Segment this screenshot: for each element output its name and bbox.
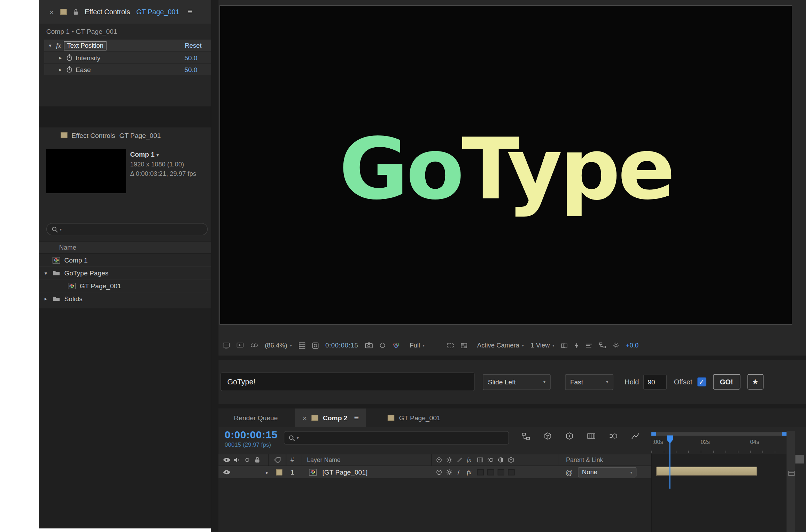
property-twirl-icon[interactable]: ▸	[57, 66, 63, 72]
frame-blending-icon[interactable]	[587, 433, 596, 439]
mask-visibility-icon[interactable]	[312, 342, 319, 349]
effect-name[interactable]: Text Position	[64, 41, 107, 50]
layer-adjustment-well[interactable]	[498, 469, 504, 476]
grid-guides-icon[interactable]	[299, 342, 305, 349]
adjustment-layer-column-icon[interactable]	[498, 457, 504, 463]
audio-column-speaker-icon[interactable]	[233, 457, 240, 463]
folder-twirl-icon[interactable]: ▾	[43, 270, 48, 276]
folder-twirl-icon[interactable]: ▸	[43, 296, 48, 301]
tab-gt-page-001[interactable]: GT Page_001	[383, 408, 444, 427]
stereo-glasses-icon[interactable]	[250, 343, 258, 348]
effect-row-text-position[interactable]: ▾ fx Text Position Reset	[44, 40, 211, 52]
layer-collapse-toggle[interactable]	[446, 469, 452, 475]
composition-mini-flowchart-icon[interactable]	[522, 432, 530, 440]
project-panel-header[interactable]: Effect Controls GT Page_001	[39, 127, 211, 143]
panel-menu-icon[interactable]: ≡	[188, 7, 193, 17]
layer-twirl-icon[interactable]: ▸	[266, 469, 271, 475]
layer-motion-blur-well[interactable]	[487, 469, 494, 476]
always-preview-icon[interactable]	[223, 342, 230, 349]
project-search-input[interactable]: ▾	[46, 223, 208, 235]
go-button[interactable]: GO!	[713, 374, 740, 390]
layer-frame-blend-well[interactable]	[477, 469, 484, 476]
project-row-gotype-pages[interactable]: ▾ GoType Pages	[39, 267, 211, 280]
speed-select[interactable]: Fast ▾	[565, 374, 613, 390]
search-options-caret-icon[interactable]: ▾	[60, 227, 62, 232]
primary-viewer-icon[interactable]	[237, 342, 244, 349]
number-column-header[interactable]: #	[290, 456, 294, 464]
solo-column-icon[interactable]	[245, 457, 250, 463]
reset-button[interactable]: Reset	[185, 42, 201, 49]
work-area-end-handle[interactable]	[782, 432, 786, 436]
stopwatch-icon[interactable]	[66, 54, 72, 61]
gotype-text-input[interactable]: GoType!	[220, 373, 474, 391]
work-area-start-handle[interactable]	[651, 432, 656, 436]
label-column-tag-icon[interactable]	[274, 457, 281, 463]
stopwatch-icon[interactable]	[66, 66, 72, 73]
work-area-bar[interactable]	[651, 432, 786, 436]
layer-eye-icon[interactable]	[223, 469, 230, 475]
reset-exposure-icon[interactable]	[613, 342, 619, 349]
lock-column-icon[interactable]	[255, 456, 260, 463]
graph-editor-icon[interactable]	[631, 433, 640, 439]
project-row-gt-page-001[interactable]: GT Page_001	[39, 280, 211, 292]
current-time-display[interactable]: 0:00:00:15	[325, 342, 358, 349]
favorite-star-button[interactable]: ★	[747, 374, 763, 390]
chevron-down-icon[interactable]: ▾	[156, 152, 159, 158]
motion-blur-icon[interactable]	[609, 433, 618, 439]
comp-thumbnail[interactable]	[46, 149, 126, 193]
search-options-caret-icon[interactable]: ▾	[297, 436, 299, 440]
property-value[interactable]: 50.0	[184, 65, 197, 73]
layer-shy-toggle[interactable]	[436, 469, 442, 475]
layer-label-swatch[interactable]	[276, 469, 282, 475]
shy-column-icon[interactable]	[436, 457, 442, 463]
show-channel-icon[interactable]	[392, 342, 400, 349]
comp-name-dropdown[interactable]: Comp 1 ▾	[130, 150, 196, 160]
project-row-comp1[interactable]: Comp 1	[39, 254, 211, 267]
property-row-intensity[interactable]: ▸ Intensity 50.0	[44, 52, 211, 63]
property-row-ease[interactable]: ▸ Ease 50.0	[44, 63, 211, 75]
track-area[interactable]	[651, 454, 786, 532]
effect-twirl-icon[interactable]: ▾	[47, 43, 53, 48]
panel-title[interactable]: Effect Controls	[85, 8, 130, 16]
layer-quality-toggle[interactable]: /	[458, 468, 459, 476]
effects-column-fx-icon[interactable]: fx	[467, 456, 471, 464]
draft-3d-icon[interactable]	[566, 432, 573, 440]
layer-3d-well[interactable]	[508, 469, 514, 476]
composition-viewport[interactable]: GoType	[219, 5, 792, 325]
comp-marker-button[interactable]	[788, 470, 795, 477]
motion-blur-column-icon[interactable]	[487, 457, 494, 463]
timeline-search-input[interactable]: ▾	[284, 431, 509, 444]
time-ruler[interactable]: :00s 02s 04s	[651, 431, 786, 454]
property-value[interactable]: 50.0	[184, 54, 197, 61]
3d-renderer-icon[interactable]	[544, 432, 552, 440]
3d-layer-column-icon[interactable]	[508, 457, 514, 463]
transparency-grid-icon[interactable]	[461, 343, 467, 348]
hold-input[interactable]: 90	[643, 374, 667, 389]
layer-row-1[interactable]: ▸ 1 [GT Page_001] / fx @	[218, 466, 651, 478]
animation-select[interactable]: Slide Left ▾	[483, 374, 551, 390]
panel-menu-icon[interactable]: ≡	[354, 413, 359, 423]
video-column-eye-icon[interactable]	[223, 457, 230, 463]
tab-render-queue[interactable]: Render Queue	[228, 408, 284, 427]
vertical-scrollbar-thumb[interactable]	[795, 455, 804, 463]
parent-link-column-header[interactable]: Parent & Link	[566, 456, 603, 464]
fast-previews-icon[interactable]	[574, 342, 579, 349]
parent-pickwhip-icon[interactable]: @	[566, 468, 573, 476]
quality-column-icon[interactable]	[457, 457, 463, 463]
region-of-interest-icon[interactable]	[447, 343, 454, 348]
exposure-value[interactable]: +0.0	[626, 342, 638, 349]
show-snapshot-icon[interactable]	[379, 342, 386, 349]
panel-comp-name[interactable]: GT Page_001	[136, 8, 179, 16]
pixel-aspect-correction-icon[interactable]	[561, 343, 568, 348]
tab-comp2-active[interactable]: × Comp 2 ≡	[295, 408, 366, 427]
layer-duration-bar[interactable]	[656, 467, 757, 476]
camera-view-dropdown[interactable]: Active Camera ▾	[477, 342, 524, 349]
snapshot-camera-icon[interactable]	[365, 342, 373, 349]
property-twirl-icon[interactable]: ▸	[57, 55, 63, 60]
playhead-line[interactable]	[669, 437, 671, 489]
layer-fx-toggle[interactable]: fx	[467, 468, 471, 476]
project-row-solids[interactable]: ▸ Solids	[39, 292, 211, 305]
offset-checkbox[interactable]: ✓	[697, 377, 706, 386]
name-column-header[interactable]: Name	[39, 242, 211, 254]
close-tab-icon[interactable]: ×	[302, 414, 307, 422]
